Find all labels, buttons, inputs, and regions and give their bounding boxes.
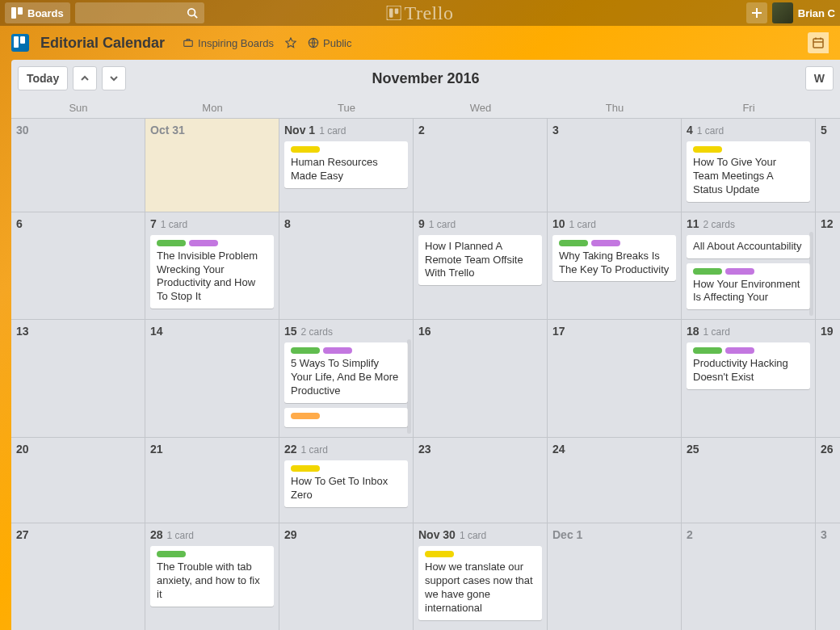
svg-rect-1 xyxy=(18,7,23,15)
card-label xyxy=(559,240,588,246)
card-label xyxy=(291,146,320,153)
date-number: 19 xyxy=(821,325,834,338)
day-cell[interactable]: 30 xyxy=(11,119,145,212)
date-number: 13 xyxy=(16,325,29,338)
day-cell[interactable]: 23 xyxy=(414,438,548,523)
card-count: 1 card xyxy=(319,125,346,136)
calendar-card[interactable] xyxy=(284,408,408,427)
boards-button-label: Boards xyxy=(27,7,64,19)
calendar-card[interactable]: 5 Ways To Simplify Your Life, And Be Mor… xyxy=(284,342,408,403)
day-cell[interactable]: 19 xyxy=(816,320,840,437)
calendar-card[interactable]: Productivity Hacking Doesn't Exist xyxy=(687,342,810,389)
day-cell[interactable]: 25 xyxy=(682,438,816,523)
day-cell[interactable]: 16 xyxy=(414,320,548,437)
boards-button[interactable]: Boards xyxy=(5,2,70,23)
day-cell[interactable]: 2 xyxy=(414,119,548,212)
next-button[interactable] xyxy=(102,66,126,90)
day-cell[interactable]: 281 cardThe Trouble with tab anxiety, an… xyxy=(145,523,279,630)
calendar-card[interactable]: How To Get To Inbox Zero xyxy=(284,460,408,507)
svg-rect-9 xyxy=(184,40,193,46)
view-toggle-button[interactable]: W xyxy=(805,66,834,90)
day-header: Sat xyxy=(816,97,840,118)
add-button[interactable] xyxy=(746,2,767,23)
user-name[interactable]: Brian C xyxy=(798,7,835,19)
calendar-card[interactable]: The Trouble with tab anxiety, and how to… xyxy=(150,546,274,607)
day-cell[interactable]: 112 cardsAll About AccountabilityHow You… xyxy=(682,212,816,320)
calendar-toolbar: Today November 2016 W xyxy=(11,60,840,97)
calendar-card[interactable]: How Your Environment Is Affecting Your xyxy=(687,263,810,310)
calendar-icon xyxy=(812,36,825,49)
day-cell[interactable]: 41 cardHow To Give Your Team Meetings A … xyxy=(682,119,816,212)
star-button[interactable] xyxy=(285,37,296,48)
calendar-card[interactable]: The Invisible Problem Wrecking Your Prod… xyxy=(150,235,274,309)
day-cell[interactable]: 27 xyxy=(11,523,145,630)
globe-icon xyxy=(308,37,319,48)
date-number: 7 xyxy=(150,217,157,230)
day-cell[interactable]: Dec 1 xyxy=(548,523,682,630)
avatar[interactable] xyxy=(772,2,793,23)
today-button[interactable]: Today xyxy=(18,66,68,90)
day-header: Wed xyxy=(414,97,548,118)
calendar-card[interactable]: Why Taking Breaks Is The Key To Producti… xyxy=(552,235,676,282)
card-count: 1 card xyxy=(301,444,328,456)
svg-rect-4 xyxy=(387,6,401,20)
day-cell[interactable]: 6 xyxy=(11,212,145,320)
date-number: 4 xyxy=(687,124,693,136)
calendar-card[interactable]: How To Give Your Team Meetings A Status … xyxy=(687,141,810,202)
calendar-grid: 30Oct 31Nov 11 cardHuman Resources Made … xyxy=(11,118,840,630)
day-cell[interactable]: 152 cards5 Ways To Simplify Your Life, A… xyxy=(279,320,414,437)
card-label xyxy=(291,347,320,354)
card-title: 5 Ways To Simplify Your Life, And Be Mor… xyxy=(291,357,401,398)
day-cell[interactable]: 29 xyxy=(279,523,414,630)
date-number: 16 xyxy=(418,325,431,338)
calendar-card[interactable]: How we translate our support cases now t… xyxy=(418,546,542,620)
trello-logo-icon xyxy=(387,6,401,20)
card-label xyxy=(157,240,186,246)
day-cell[interactable]: 12 xyxy=(816,212,840,320)
day-cell[interactable]: 24 xyxy=(548,438,682,523)
calendar-icon-button[interactable] xyxy=(808,32,829,53)
day-cell[interactable]: 71 cardThe Invisible Problem Wrecking Yo… xyxy=(145,212,279,320)
svg-rect-0 xyxy=(11,7,16,19)
day-cell[interactable]: Oct 31 xyxy=(145,119,279,212)
card-count: 1 card xyxy=(161,219,187,230)
date-number: 5 xyxy=(821,124,827,136)
inspiring-boards-link[interactable]: Inspiring Boards xyxy=(183,37,274,49)
prev-button[interactable] xyxy=(73,66,97,90)
day-cell[interactable]: Nov 301 cardHow we translate our support… xyxy=(414,523,548,630)
search-input[interactable] xyxy=(75,2,204,23)
board-title[interactable]: Editorial Calendar xyxy=(40,35,165,52)
date-number: 6 xyxy=(16,217,23,230)
date-number: 3 xyxy=(821,528,827,541)
day-cell[interactable]: 5 xyxy=(816,119,840,212)
day-cell[interactable]: 14 xyxy=(145,320,279,437)
card-title: How I Planned A Remote Team Offsite With… xyxy=(425,240,536,281)
svg-rect-6 xyxy=(395,8,399,14)
calendar: Today November 2016 W SunMonTueWedThuFri… xyxy=(11,60,840,630)
calendar-card[interactable]: How I Planned A Remote Team Offsite With… xyxy=(418,235,542,286)
date-number: 17 xyxy=(552,325,565,338)
day-cell[interactable]: 3 xyxy=(548,119,682,212)
date-number: 29 xyxy=(284,528,297,541)
day-cell[interactable]: 3 xyxy=(816,523,840,630)
day-cell[interactable]: 8 xyxy=(279,212,414,320)
day-cell[interactable]: 221 cardHow To Get To Inbox Zero xyxy=(279,438,414,523)
day-cell[interactable]: 91 cardHow I Planned A Remote Team Offsi… xyxy=(414,212,548,320)
calendar-week: 2021221 cardHow To Get To Inbox Zero2324… xyxy=(11,437,840,523)
briefcase-icon xyxy=(183,37,194,48)
day-cell[interactable]: 20 xyxy=(11,438,145,523)
day-cell[interactable]: 21 xyxy=(145,438,279,523)
day-cell[interactable]: 17 xyxy=(548,320,682,437)
calendar-card[interactable]: Human Resources Made Easy xyxy=(284,141,408,188)
calendar-card[interactable]: All About Accountability xyxy=(687,235,810,258)
day-cell[interactable]: 2 xyxy=(682,523,816,630)
app-logo[interactable]: Trello xyxy=(387,2,454,24)
day-cell[interactable]: 26 xyxy=(816,438,840,523)
visibility-button[interactable]: Public xyxy=(308,37,351,49)
day-cell[interactable]: 13 xyxy=(11,320,145,437)
card-label xyxy=(693,146,722,153)
day-cell[interactable]: 181 cardProductivity Hacking Doesn't Exi… xyxy=(682,320,816,437)
day-cell[interactable]: Nov 11 cardHuman Resources Made Easy xyxy=(279,119,414,212)
card-label xyxy=(291,413,320,419)
day-cell[interactable]: 101 cardWhy Taking Breaks Is The Key To … xyxy=(548,212,682,320)
